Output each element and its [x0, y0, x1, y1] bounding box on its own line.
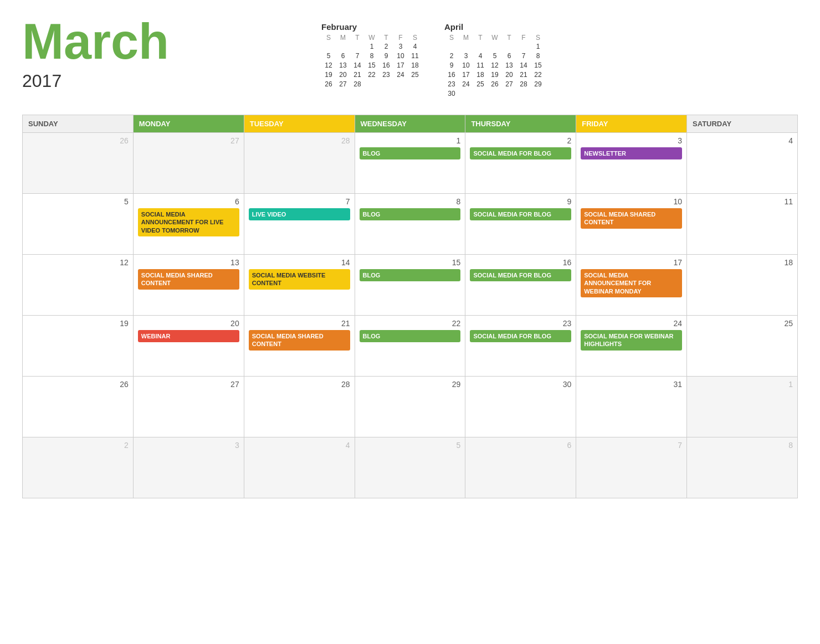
- event-socialmedia-blog-mar9: SOCIAL MEDIA FOR BLOG: [470, 208, 571, 220]
- day-mar17: 17 SOCIAL MEDIA ANNOUNCEMENT FOR WEBINAR…: [576, 255, 687, 316]
- event-livevideo-mar7: LIVE VIDEO: [249, 208, 350, 220]
- day-mar10: 10 SOCIAL MEDIA SHARED CONTENT: [576, 194, 687, 255]
- event-webinar-highlights-mar24: SOCIAL MEDIA FOR WEBINAR HIGHLIGHTS: [581, 330, 682, 351]
- year-label: 2017: [22, 71, 211, 91]
- top-section: March 2017 February S M T W T F S 1 2 3 …: [22, 17, 798, 98]
- table-row: 5 6 SOCIAL MEDIA ANNOUNCEMENT FOR LIVE V…: [23, 194, 798, 255]
- day-mar31: 31: [576, 377, 687, 437]
- day-mar19: 19: [23, 316, 134, 377]
- header-friday: FRIDAY: [576, 115, 687, 133]
- day-mar1: 1 BLOG: [355, 133, 465, 194]
- mini-calendars: February S M T W T F S 1 2 3 4 5 6 7: [321, 22, 545, 98]
- february-grid: S M T W T F S 1 2 3 4 5 6 7 8 9: [321, 34, 422, 89]
- day-mar27: 27: [133, 377, 244, 437]
- header-sunday: SUNDAY: [23, 115, 134, 133]
- day-mar14: 14 SOCIAL MEDIA WEBSITE CONTENT: [244, 255, 355, 316]
- day-mar26: 26: [23, 377, 134, 437]
- day-apr2: 2: [23, 437, 134, 498]
- april-grid: S M T W T F S 1 2 3 4 5 6: [444, 34, 545, 98]
- event-socialmedia-blog-mar2: SOCIAL MEDIA FOR BLOG: [470, 147, 571, 159]
- day-mar2: 2 SOCIAL MEDIA FOR BLOG: [465, 133, 576, 194]
- event-webinar-mar20: WEBINAR: [138, 330, 239, 342]
- table-row: 19 20 WEBINAR 21 SOCIAL MEDIA SHARED CON…: [23, 316, 798, 377]
- table-row: 12 13 SOCIAL MEDIA SHARED CONTENT 14 SOC…: [23, 255, 798, 316]
- header-saturday: SATURDAY: [687, 115, 798, 133]
- header-wednesday: WEDNESDAY: [355, 115, 465, 133]
- header-monday: MONDAY: [133, 115, 244, 133]
- main-calendar: SUNDAY MONDAY TUESDAY WEDNESDAY THURSDAY…: [22, 115, 798, 498]
- day-mar18: 18: [687, 255, 798, 316]
- day-mar30: 30: [465, 377, 576, 437]
- event-sharedcontent-mar10: SOCIAL MEDIA SHARED CONTENT: [581, 208, 682, 229]
- month-title: March: [22, 17, 211, 66]
- day-apr7: 7: [576, 437, 687, 498]
- day-mar15: 15 BLOG: [355, 255, 465, 316]
- day-feb26: 26: [23, 133, 134, 194]
- month-title-area: March 2017: [22, 17, 211, 91]
- event-blog-mar1: BLOG: [360, 147, 461, 159]
- day-apr4: 4: [244, 437, 355, 498]
- day-mar4: 4: [687, 133, 798, 194]
- day-mar6: 6 SOCIAL MEDIA ANNOUNCEMENT FOR LIVE VID…: [133, 194, 244, 255]
- day-mar11: 11: [687, 194, 798, 255]
- table-row: 26 27 28 1 BLOG 2 SOCIAL MEDIA FOR BLOG …: [23, 133, 798, 194]
- february-mini-cal: February S M T W T F S 1 2 3 4 5 6 7: [321, 22, 422, 98]
- day-mar13: 13 SOCIAL MEDIA SHARED CONTENT: [133, 255, 244, 316]
- day-mar24: 24 SOCIAL MEDIA FOR WEBINAR HIGHLIGHTS: [576, 316, 687, 377]
- day-mar23: 23 SOCIAL MEDIA FOR BLOG: [465, 316, 576, 377]
- day-apr8: 8: [687, 437, 798, 498]
- day-mar20: 20 WEBINAR: [133, 316, 244, 377]
- day-mar16: 16 SOCIAL MEDIA FOR BLOG: [465, 255, 576, 316]
- day-mar21: 21 SOCIAL MEDIA SHARED CONTENT: [244, 316, 355, 377]
- day-mar9: 9 SOCIAL MEDIA FOR BLOG: [465, 194, 576, 255]
- header-thursday: THURSDAY: [465, 115, 576, 133]
- day-apr6: 6: [465, 437, 576, 498]
- event-blog-mar8: BLOG: [360, 208, 461, 220]
- event-blog-mar15: BLOG: [360, 269, 461, 281]
- event-webinar-announcement-mar17: SOCIAL MEDIA ANNOUNCEMENT FOR WEBINAR MO…: [581, 269, 682, 297]
- day-mar29: 29: [355, 377, 465, 437]
- event-websitecontent-mar14: SOCIAL MEDIA WEBSITE CONTENT: [249, 269, 350, 290]
- day-mar8: 8 BLOG: [355, 194, 465, 255]
- day-mar25: 25: [687, 316, 798, 377]
- day-apr1: 1: [687, 377, 798, 437]
- day-mar22: 22 BLOG: [355, 316, 465, 377]
- day-apr3: 3: [133, 437, 244, 498]
- day-mar12: 12: [23, 255, 134, 316]
- event-blog-mar22: BLOG: [360, 330, 461, 342]
- day-mar3: 3 NEWSLETTER: [576, 133, 687, 194]
- day-mar5: 5: [23, 194, 134, 255]
- day-apr5: 5: [355, 437, 465, 498]
- day-mar7: 7 LIVE VIDEO: [244, 194, 355, 255]
- event-sharedcontent-mar21: SOCIAL MEDIA SHARED CONTENT: [249, 330, 350, 351]
- april-title: April: [444, 22, 545, 32]
- event-sharedcontent-mar13: SOCIAL MEDIA SHARED CONTENT: [138, 269, 239, 290]
- event-newsletter-mar3: NEWSLETTER: [581, 147, 682, 159]
- day-mar28: 28: [244, 377, 355, 437]
- april-mini-cal: April S M T W T F S 1 2 3 4: [444, 22, 545, 98]
- event-socialmedia-blog-mar16: SOCIAL MEDIA FOR BLOG: [470, 269, 571, 281]
- february-title: February: [321, 22, 422, 32]
- table-row: 2 3 4 5 6 7 8: [23, 437, 798, 498]
- header-tuesday: TUESDAY: [244, 115, 355, 133]
- event-socialmedia-blog-mar23: SOCIAL MEDIA FOR BLOG: [470, 330, 571, 342]
- event-socialmedia-announcement-mar6: SOCIAL MEDIA ANNOUNCEMENT FOR LIVE VIDEO…: [138, 208, 239, 236]
- day-feb27: 27: [133, 133, 244, 194]
- day-feb28: 28: [244, 133, 355, 194]
- table-row: 26 27 28 29 30 31 1: [23, 377, 798, 437]
